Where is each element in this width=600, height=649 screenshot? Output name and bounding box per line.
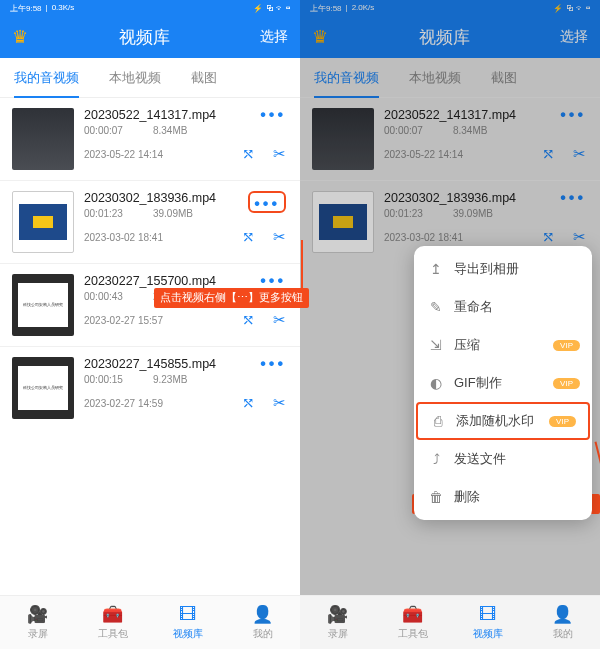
context-menu: ↥导出到相册 ✎重命名 ⇲压缩VIP ◐GIF制作VIP ⎙添加随机水印VIP … (414, 246, 592, 520)
nav-tools[interactable]: 🧰工具包 (375, 596, 450, 649)
nav-me[interactable]: 👤我的 (525, 596, 600, 649)
tabs: 我的音视频 本地视频 截图 (0, 58, 300, 98)
tab-local[interactable]: 本地视频 (109, 69, 161, 87)
menu-watermark-highlighted[interactable]: ⎙添加随机水印VIP (416, 402, 590, 440)
nav-me[interactable]: 👤我的 (225, 596, 300, 649)
nav-library[interactable]: 🎞视频库 (150, 596, 225, 649)
more-icon[interactable]: ••• (260, 274, 286, 288)
menu-delete[interactable]: 🗑删除 (414, 478, 592, 516)
list-item[interactable]: 20230302_183936.mp4 00:01:2339.09MB 2023… (0, 180, 300, 263)
cut-icon[interactable]: ✂ (273, 311, 286, 329)
more-icon-highlighted[interactable]: ••• (248, 191, 286, 213)
menu-compress[interactable]: ⇲压缩VIP (414, 326, 592, 364)
bottom-nav: 🎥录屏 🧰工具包 🎞视频库 👤我的 (300, 595, 600, 649)
share-icon[interactable]: ⤲ (242, 145, 255, 163)
share-icon[interactable]: ⤲ (242, 311, 255, 329)
thumbnail (12, 108, 74, 170)
nav-tools[interactable]: 🧰工具包 (75, 596, 150, 649)
nav-library[interactable]: 🎞视频库 (450, 596, 525, 649)
cut-icon[interactable]: ✂ (273, 228, 286, 246)
file-name: 20230522_141317.mp4 (84, 108, 288, 122)
video-list: 20230522_141317.mp4 00:00:078.34MB 2023-… (0, 98, 300, 595)
thumbnail: 科技公司架构人员研究 (12, 357, 74, 419)
crown-icon[interactable]: ♛ (12, 26, 28, 48)
title-bar: ♛ 视频库 选择 (0, 16, 300, 58)
vip-badge: VIP (549, 416, 576, 427)
thumbnail (12, 191, 74, 253)
list-item[interactable]: 科技公司架构人员研究 20230227_145855.mp4 00:00:159… (0, 346, 300, 429)
vip-badge: VIP (553, 340, 580, 351)
bottom-nav: 🎥录屏 🧰工具包 🎞视频库 👤我的 (0, 595, 300, 649)
more-icon[interactable]: ••• (260, 357, 286, 371)
thumbnail: 科技公司架构人员研究 (12, 274, 74, 336)
page-title: 视频库 (119, 26, 170, 49)
tab-my-media[interactable]: 我的音视频 (14, 69, 79, 87)
select-button[interactable]: 选择 (260, 28, 288, 46)
share-icon[interactable]: ⤲ (242, 228, 255, 246)
menu-rename[interactable]: ✎重命名 (414, 288, 592, 326)
menu-send[interactable]: ⤴发送文件 (414, 440, 592, 478)
nav-record[interactable]: 🎥录屏 (0, 596, 75, 649)
file-name: 20230227_155700.mp4 (84, 274, 288, 288)
file-name: 20230227_145855.mp4 (84, 357, 288, 371)
vip-badge: VIP (553, 378, 580, 389)
cut-icon[interactable]: ✂ (273, 145, 286, 163)
tab-screenshot[interactable]: 截图 (191, 69, 217, 87)
annotation-callout: 点击视频右侧【⋯】更多按钮 (154, 288, 309, 308)
nav-record[interactable]: 🎥录屏 (300, 596, 375, 649)
share-icon[interactable]: ⤲ (242, 394, 255, 412)
menu-gif[interactable]: ◐GIF制作VIP (414, 364, 592, 402)
cut-icon[interactable]: ✂ (273, 394, 286, 412)
status-bar: 上午9:58 | 0.3K/s ⚡ ⧉ ᯤ ▭ (0, 0, 300, 16)
more-icon[interactable]: ••• (260, 108, 286, 122)
list-item[interactable]: 20230522_141317.mp4 00:00:078.34MB 2023-… (0, 98, 300, 180)
menu-export[interactable]: ↥导出到相册 (414, 250, 592, 288)
